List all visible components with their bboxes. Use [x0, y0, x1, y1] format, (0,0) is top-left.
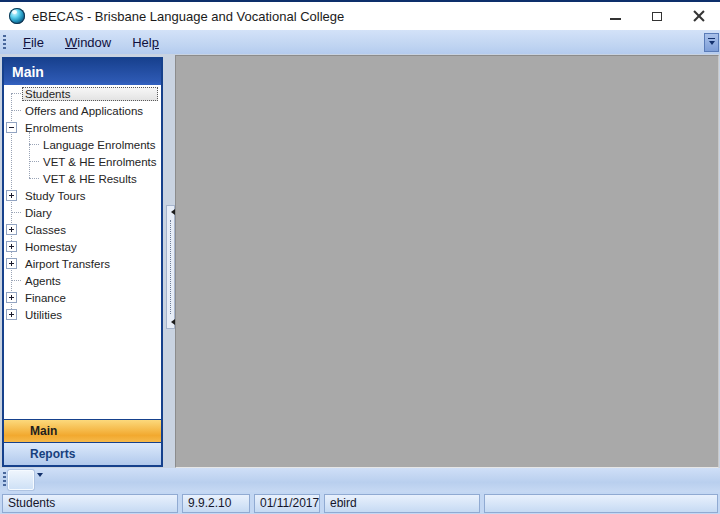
nav-button-main[interactable]: Main [4, 419, 161, 442]
tree-connector [11, 110, 21, 111]
app-window: eBECAS - Brisbane Language and Vocationa… [0, 0, 720, 514]
tree-item-airport-transfers[interactable]: Airport Transfers [4, 255, 161, 272]
tree-connector [11, 280, 21, 281]
menu-window[interactable]: Window [61, 33, 115, 52]
work-area: Main Students Offers and Applications En… [0, 54, 720, 468]
toolbar-grip[interactable] [3, 472, 6, 488]
status-date: 01/11/2017 [254, 494, 320, 513]
tree-item-agents[interactable]: Agents [4, 272, 161, 289]
collapse-icon[interactable] [6, 122, 17, 133]
status-selected-module: Students [2, 494, 178, 513]
sidebar-header: Main [4, 59, 161, 85]
tree-item-homestay[interactable]: Homestay [4, 238, 161, 255]
minimize-button[interactable] [594, 2, 636, 30]
tree-item-study-tours[interactable]: Study Tours [4, 187, 161, 204]
navigation-tree: Students Offers and Applications Enrolme… [4, 85, 161, 418]
status-bar: Students 9.9.2.10 01/11/2017 ebird [0, 492, 720, 514]
minimize-icon [610, 18, 621, 20]
maximize-button[interactable] [636, 2, 678, 30]
status-empty [484, 494, 718, 513]
menu-help[interactable]: Help [128, 33, 163, 52]
tree-item-classes[interactable]: Classes [4, 221, 161, 238]
splitter-grip [170, 220, 171, 314]
app-icon [9, 8, 25, 24]
expand-icon[interactable] [6, 309, 17, 320]
tree-connector [29, 178, 39, 179]
title-bar: eBECAS - Brisbane Language and Vocationa… [0, 2, 720, 30]
tree-item-utilities[interactable]: Utilities [4, 306, 161, 323]
expand-icon[interactable] [6, 241, 17, 252]
tree-item-language-enrolments[interactable]: Language Enrolments [4, 136, 161, 153]
tree-item-vet-he-results[interactable]: VET & HE Results [4, 170, 161, 187]
tree-item-diary[interactable]: Diary [4, 204, 161, 221]
tree-item-finance[interactable]: Finance [4, 289, 161, 306]
tree-item-offers-and-applications[interactable]: Offers and Applications [4, 102, 161, 119]
bottom-toolbar [0, 468, 720, 492]
menu-file[interactable]: File [19, 33, 48, 52]
menu-bar: File Window Help [0, 30, 720, 54]
nav-button-reports[interactable]: Reports [4, 442, 161, 465]
mdi-client-area [175, 55, 719, 468]
tree-item-enrolments[interactable]: Enrolments [4, 119, 161, 136]
window-title: eBECAS - Brisbane Language and Vocationa… [32, 9, 344, 24]
tree-connector [29, 161, 39, 162]
status-version: 9.9.2.10 [182, 494, 250, 513]
close-button[interactable] [678, 2, 720, 30]
expand-icon[interactable] [6, 292, 17, 303]
maximize-icon [652, 12, 662, 21]
sidebar-splitter[interactable] [166, 205, 175, 329]
close-icon [693, 10, 705, 22]
tree-item-vet-he-enrolments[interactable]: VET & HE Enrolments [4, 153, 161, 170]
tree-connector [11, 93, 21, 94]
overflow-chevron-icon [708, 38, 715, 48]
toolbar-button-well [8, 470, 34, 490]
tree-connector [29, 144, 39, 145]
navigation-sidebar: Main Students Offers and Applications En… [2, 57, 163, 467]
expand-icon[interactable] [6, 258, 17, 269]
splitter-collapse-icon [168, 319, 175, 325]
window-controls [594, 2, 720, 30]
menubar-grip[interactable] [3, 35, 6, 49]
tree-connector [11, 212, 21, 213]
tree-item-students[interactable]: Students [4, 85, 161, 102]
expand-icon[interactable] [6, 190, 17, 201]
menubar-overflow-button[interactable] [704, 33, 719, 52]
splitter-collapse-icon [168, 209, 175, 215]
expand-icon[interactable] [6, 224, 17, 235]
status-username: ebird [324, 494, 480, 513]
